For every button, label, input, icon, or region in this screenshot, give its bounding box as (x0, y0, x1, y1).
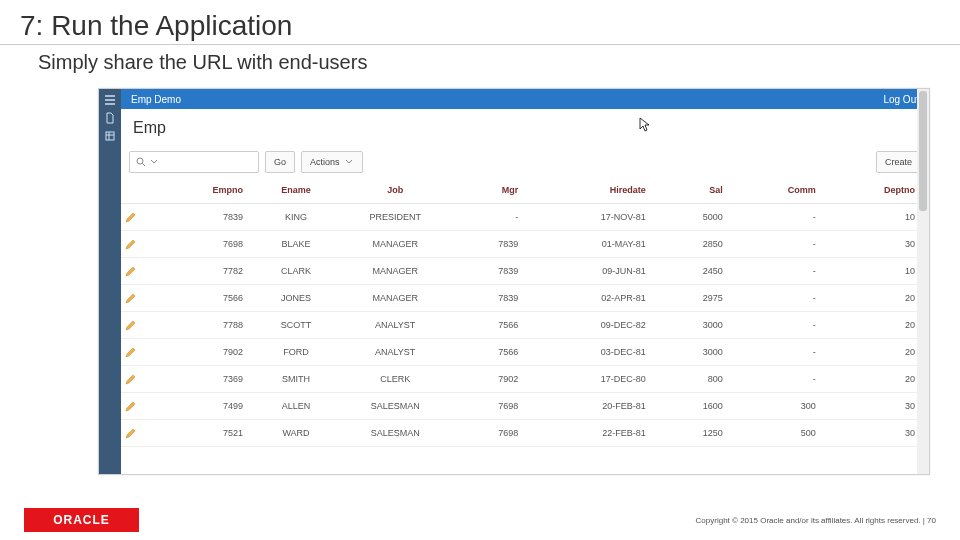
cell-ename: ALLEN (257, 393, 335, 420)
search-icon (136, 157, 146, 167)
chevron-down-icon (150, 158, 158, 166)
cell-ename: CLARK (257, 258, 335, 285)
cell-mgr: 7839 (455, 258, 532, 285)
cell-ename: JONES (257, 285, 335, 312)
cell-comm: - (737, 285, 830, 312)
cell-job: SALESMAN (335, 393, 455, 420)
col-mgr[interactable]: Mgr (455, 177, 532, 204)
col-hiredate[interactable]: Hiredate (532, 177, 660, 204)
col-empno[interactable]: Empno (159, 177, 257, 204)
edit-icon[interactable] (121, 231, 159, 258)
cell-job: SALESMAN (335, 420, 455, 447)
edit-icon[interactable] (121, 204, 159, 231)
cell-sal: 1600 (660, 393, 737, 420)
page-header: Emp (121, 109, 929, 148)
app-sidebar (99, 89, 121, 474)
actions-button[interactable]: Actions (301, 151, 363, 173)
cell-deptno: 30 (830, 420, 929, 447)
app-topbar: Emp Demo Log Out (121, 89, 929, 109)
cell-hiredate: 17-NOV-81 (532, 204, 660, 231)
cell-job: ANALYST (335, 312, 455, 339)
cell-hiredate: 20-FEB-81 (532, 393, 660, 420)
cell-mgr: 7698 (455, 393, 532, 420)
cell-sal: 3000 (660, 312, 737, 339)
cell-ename: WARD (257, 420, 335, 447)
logout-link[interactable]: Log Out (883, 94, 919, 105)
cell-ename: BLAKE (257, 231, 335, 258)
search-input[interactable] (129, 151, 259, 173)
chevron-down-icon (344, 158, 354, 166)
col-comm[interactable]: Comm (737, 177, 830, 204)
cell-empno: 7782 (159, 258, 257, 285)
col-job[interactable]: Job (335, 177, 455, 204)
slide-subtitle: Simply share the URL with end-users (0, 45, 960, 78)
table-row: 7566JONESMANAGER783902-APR-812975-20 (121, 285, 929, 312)
cell-hiredate: 17-DEC-80 (532, 366, 660, 393)
svg-point-1 (137, 158, 143, 164)
cell-ename: SCOTT (257, 312, 335, 339)
vertical-scrollbar[interactable] (917, 89, 929, 474)
cell-empno: 7788 (159, 312, 257, 339)
cell-job: MANAGER (335, 231, 455, 258)
edit-icon[interactable] (121, 339, 159, 366)
edit-icon[interactable] (121, 258, 159, 285)
cell-mgr: 7839 (455, 285, 532, 312)
cell-job: MANAGER (335, 285, 455, 312)
cell-empno: 7902 (159, 339, 257, 366)
cell-hiredate: 22-FEB-81 (532, 420, 660, 447)
create-button[interactable]: Create (876, 151, 921, 173)
table-header-row: Empno Ename Job Mgr Hiredate Sal Comm De… (121, 177, 929, 204)
cell-sal: 3000 (660, 339, 737, 366)
cell-mgr: 7698 (455, 420, 532, 447)
edit-icon[interactable] (121, 420, 159, 447)
cell-comm: 500 (737, 420, 830, 447)
cell-job: PRESIDENT (335, 204, 455, 231)
cell-sal: 2850 (660, 231, 737, 258)
cell-deptno: 30 (830, 393, 929, 420)
oracle-logo: ORACLE (24, 508, 139, 532)
toolbar: Go Actions Create (121, 147, 929, 178)
edit-icon[interactable] (121, 393, 159, 420)
cell-hiredate: 02-APR-81 (532, 285, 660, 312)
cell-empno: 7698 (159, 231, 257, 258)
hamburger-icon[interactable] (103, 93, 117, 107)
cell-empno: 7566 (159, 285, 257, 312)
cell-hiredate: 09-JUN-81 (532, 258, 660, 285)
table-container: Empno Ename Job Mgr Hiredate Sal Comm De… (121, 177, 929, 474)
cell-comm: 300 (737, 393, 830, 420)
cell-ename: KING (257, 204, 335, 231)
cell-empno: 7521 (159, 420, 257, 447)
edit-icon[interactable] (121, 285, 159, 312)
slide: 7: Run the Application Simply share the … (0, 0, 960, 540)
col-ename[interactable]: Ename (257, 177, 335, 204)
scrollbar-thumb[interactable] (919, 91, 927, 211)
col-sal[interactable]: Sal (660, 177, 737, 204)
go-button[interactable]: Go (265, 151, 295, 173)
edit-icon[interactable] (121, 312, 159, 339)
cell-deptno: 20 (830, 285, 929, 312)
cell-hiredate: 01-MAY-81 (532, 231, 660, 258)
cell-mgr: 7902 (455, 366, 532, 393)
cell-sal: 800 (660, 366, 737, 393)
cell-job: ANALYST (335, 339, 455, 366)
col-deptno[interactable]: Deptno (830, 177, 929, 204)
page-icon[interactable] (103, 111, 117, 125)
table-icon[interactable] (103, 129, 117, 143)
table-row: 7698BLAKEMANAGER783901-MAY-812850-30 (121, 231, 929, 258)
edit-icon[interactable] (121, 366, 159, 393)
table-row: 7521WARDSALESMAN769822-FEB-81125050030 (121, 420, 929, 447)
cell-job: MANAGER (335, 258, 455, 285)
table-row: 7839KINGPRESIDENT-17-NOV-815000-10 (121, 204, 929, 231)
slide-title: 7: Run the Application (0, 0, 960, 44)
cell-comm: - (737, 366, 830, 393)
app-screenshot: Emp Demo Log Out Emp Go Actions Create (98, 88, 930, 475)
table-row: 7499ALLENSALESMAN769820-FEB-81160030030 (121, 393, 929, 420)
cell-job: CLERK (335, 366, 455, 393)
table-row: 7782CLARKMANAGER783909-JUN-812450-10 (121, 258, 929, 285)
cell-comm: - (737, 231, 830, 258)
emp-table: Empno Ename Job Mgr Hiredate Sal Comm De… (121, 177, 929, 447)
cell-ename: FORD (257, 339, 335, 366)
cell-deptno: 20 (830, 312, 929, 339)
cell-empno: 7369 (159, 366, 257, 393)
cell-comm: - (737, 312, 830, 339)
